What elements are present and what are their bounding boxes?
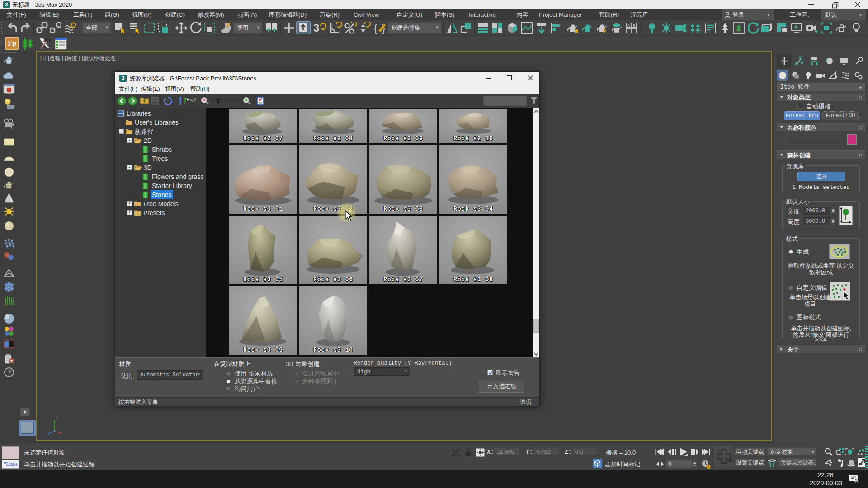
svg-text:3: 3: [313, 22, 319, 34]
svg-text:?: ?: [7, 369, 11, 376]
svg-text:B: B: [633, 23, 635, 28]
svg-text:A: A: [627, 23, 630, 28]
svg-text:{: {: [374, 23, 377, 34]
svg-text:z: z: [56, 416, 58, 420]
